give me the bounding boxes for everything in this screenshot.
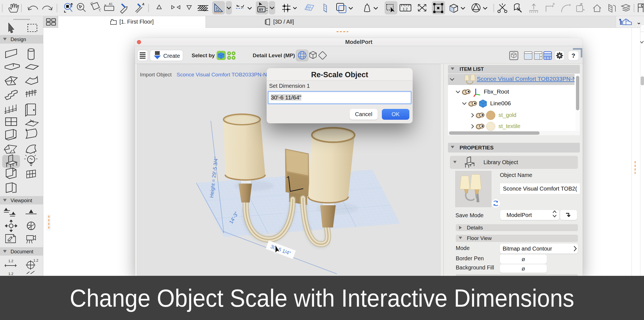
- svg-text:Design: Design: [11, 37, 26, 42]
- svg-text:1.2: 1.2: [8, 272, 13, 276]
- svg-text:1.2: 1.2: [8, 259, 13, 263]
- svg-text:Select by: Select by: [192, 52, 215, 58]
- svg-text:?: ?: [572, 52, 575, 59]
- svg-text:Detail Level (MP): Detail Level (MP): [253, 52, 295, 58]
- svg-text:Document: Document: [11, 249, 33, 254]
- svg-text:A1: A1: [109, 2, 112, 6]
- svg-text:1.2: 1.2: [33, 258, 38, 262]
- svg-text:Viewpoint: Viewpoint: [11, 198, 32, 203]
- svg-text:1 2: 1 2: [403, 7, 408, 11]
- svg-text:Create: Create: [163, 53, 180, 59]
- svg-text:XY: XY: [259, 8, 263, 12]
